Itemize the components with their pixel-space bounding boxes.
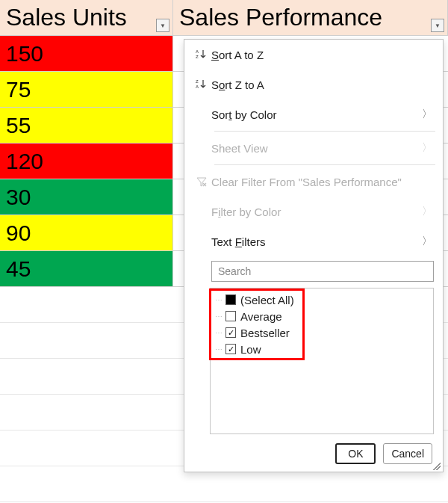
cell-value[interactable]: 75 [0, 72, 173, 107]
checkbox-low[interactable]: ⋯ Low [215, 341, 429, 357]
menu-label: Filter by Color [211, 206, 422, 218]
separator [214, 164, 435, 165]
checkbox-select-all[interactable]: ⋯ (Select All) [215, 291, 429, 308]
checkbox-bestseller[interactable]: ⋯ Bestseller [215, 324, 429, 341]
sort-by-color[interactable]: Sort by Color 〉 [184, 99, 443, 129]
option-label: (Select All) [240, 294, 294, 306]
cell-value[interactable]: 90 [0, 215, 173, 250]
button-row: OK Cancel [184, 434, 443, 467]
sort-descending[interactable]: ZA Sort Z to A [184, 70, 443, 99]
text-filters[interactable]: Text Filters 〉 [184, 226, 443, 256]
chevron-right-icon: 〉 [422, 141, 432, 155]
cell-value[interactable]: 120 [0, 144, 173, 179]
header-row: Sales Units ▼ Sales Performance ▼ [0, 0, 448, 36]
option-label: Low [240, 343, 261, 356]
search-input[interactable]: Search [211, 261, 434, 282]
header-label: Sales Units [6, 4, 127, 31]
sort-za-icon: ZA [192, 78, 211, 90]
cell-value[interactable]: 150 [0, 36, 173, 71]
menu-label: Sort A to Z [211, 49, 432, 61]
cell-value[interactable]: 55 [0, 108, 173, 143]
filter-checklist: ⋯ (Select All) ⋯ Average ⋯ Bestseller ⋯ … [210, 288, 434, 434]
menu-label: Clear Filter From "Sales Performance" [211, 176, 432, 188]
option-label: Bestseller [240, 327, 290, 339]
cell-value[interactable]: 30 [0, 179, 173, 215]
menu-label: Text Filters [211, 235, 422, 248]
svg-text:Z: Z [196, 79, 199, 84]
chevron-right-icon: 〉 [422, 235, 432, 248]
checkbox-icon[interactable] [225, 294, 236, 305]
cancel-button[interactable]: Cancel [383, 443, 432, 464]
checkbox-icon[interactable] [225, 311, 236, 321]
clear-filter-icon [192, 176, 211, 188]
filter-by-color: Filter by Color 〉 [184, 197, 443, 226]
sort-az-icon: AZ [192, 49, 211, 61]
menu-label: Sort by Color [211, 108, 422, 121]
clear-filter: Clear Filter From "Sales Performance" [184, 167, 443, 197]
option-label: Average [240, 310, 282, 323]
separator [214, 131, 435, 132]
svg-text:A: A [196, 84, 199, 89]
column-header-sales-performance[interactable]: Sales Performance ▼ [173, 0, 448, 35]
menu-label: Sort Z to A [211, 78, 432, 91]
tree-icon: ⋯ [215, 296, 225, 304]
filter-dropdown-button-performance[interactable]: ▼ [431, 19, 444, 32]
column-header-sales-units[interactable]: Sales Units ▼ [0, 0, 173, 35]
menu-label: Sheet View [211, 142, 422, 155]
checkbox-icon[interactable] [225, 327, 236, 338]
chevron-right-icon: 〉 [422, 205, 432, 218]
tree-icon: ⋯ [215, 329, 225, 337]
filter-dropdown-button-units[interactable]: ▼ [156, 19, 169, 32]
header-label: Sales Performance [179, 4, 382, 31]
cell-value[interactable]: 45 [0, 251, 173, 286]
sort-ascending[interactable]: AZ Sort A to Z [184, 40, 443, 70]
svg-text:A: A [196, 49, 199, 54]
svg-text:Z: Z [196, 55, 199, 59]
checkbox-average[interactable]: ⋯ Average [215, 308, 429, 324]
ok-button[interactable]: OK [335, 443, 376, 464]
chevron-right-icon: 〉 [422, 108, 432, 121]
filter-dropdown-panel: AZ Sort A to Z ZA Sort Z to A Sort by Co… [184, 39, 444, 472]
sheet-view: Sheet View 〉 [184, 133, 443, 163]
tree-icon: ⋯ [215, 312, 225, 321]
resize-grip-icon[interactable] [433, 463, 441, 470]
checkbox-icon[interactable] [225, 344, 236, 354]
tree-icon: ⋯ [215, 345, 225, 354]
